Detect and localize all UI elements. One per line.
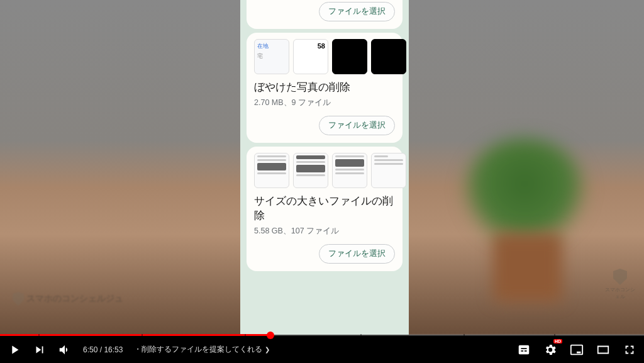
player-controls: 6:50 / 16:53 ・削除するファイルを提案してくれる ❯ HD [0, 336, 644, 363]
watermark-text: スマホコンシェル [604, 286, 636, 300]
hd-badge: HD [553, 339, 562, 343]
bg-pot [493, 233, 562, 302]
card-subtitle: 5.58 GB、107 ファイル [254, 226, 395, 237]
thumbnail [293, 153, 328, 188]
cleanup-card-blurry: 在地 宅 ぼやけた写真の削除 2.70 MB、9 ファイル ファイルを選択 [247, 33, 402, 143]
select-files-button[interactable]: ファイルを選択 [319, 2, 395, 21]
thumbnail-row [254, 153, 395, 188]
card-subtitle: 2.70 MB、9 ファイル [254, 98, 395, 108]
channel-branding: スマホのコンシェルジュ [13, 292, 123, 306]
thumbnail [371, 153, 406, 188]
thumbnail [254, 153, 289, 188]
cleanup-card: 414 MB、760 ファイル ファイルを選択 [247, 0, 402, 29]
next-button[interactable] [33, 343, 47, 357]
volume-button[interactable] [58, 343, 72, 357]
select-files-button[interactable]: ファイルを選択 [319, 244, 395, 264]
thumbnail-row: 在地 宅 [254, 39, 395, 74]
subtitles-button[interactable] [517, 343, 531, 357]
thumbnail [293, 39, 328, 74]
thumbnail [332, 153, 367, 188]
shield-icon [13, 292, 24, 306]
shield-icon [613, 269, 627, 285]
phone-screen: 414 MB、760 ファイル ファイルを選択 在地 宅 ぼやけた写真の削除 2… [240, 0, 409, 335]
play-button[interactable] [8, 343, 21, 357]
fullscreen-button[interactable] [623, 343, 636, 357]
chevron-right-icon: ❯ [265, 346, 270, 353]
watermark: スマホコンシェル [604, 269, 636, 300]
time-display: 6:50 / 16:53 [83, 345, 123, 354]
video-area[interactable]: スマホのコンシェルジュ 414 MB、760 ファイル ファイルを選択 在地 宅… [0, 0, 644, 335]
card-title: サイズの大きいファイルの削除 [254, 194, 395, 223]
select-files-button[interactable]: ファイルを選択 [319, 116, 395, 135]
cleanup-card-large: サイズの大きいファイルの削除 5.58 GB、107 ファイル ファイルを選択 [247, 147, 402, 271]
miniplayer-button[interactable] [570, 343, 584, 357]
chapter-label[interactable]: ・削除するファイルを提案してくれる ❯ [134, 344, 270, 355]
settings-button[interactable]: HD [543, 343, 557, 357]
card-title: ぼやけた写真の削除 [254, 81, 395, 95]
theater-button[interactable] [596, 343, 610, 357]
branding-text: スマホのコンシェルジュ [26, 293, 123, 304]
thumbnail [332, 39, 367, 74]
thumbnail: 在地 宅 [254, 39, 289, 74]
thumbnail [371, 39, 406, 74]
